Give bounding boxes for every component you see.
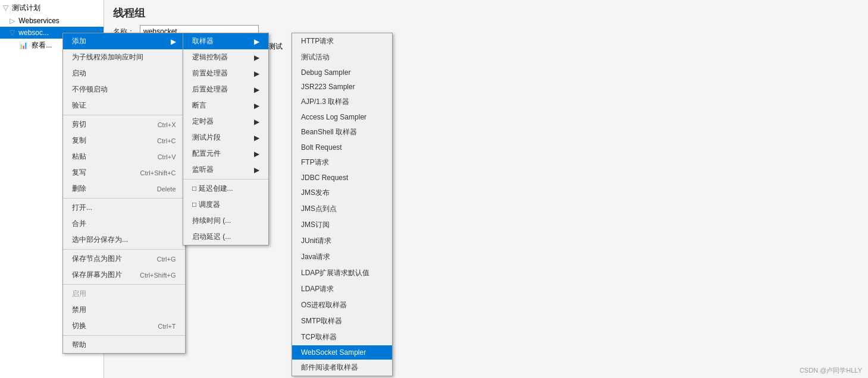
sampler-smtp[interactable]: SMTP取样器 [292, 313, 392, 329]
sampler-ftp[interactable]: FTP请求 [292, 155, 392, 171]
submenu-add-test-fragment-label: 测试片段 [192, 133, 221, 143]
tree-icon-webservices: ▷ [10, 17, 15, 25]
tree-icon-察看: 📊 [19, 41, 28, 49]
menu-item-save-selected[interactable]: 选中部分保存为... [63, 232, 185, 248]
tree-label-websoc: websoc... [18, 29, 49, 37]
menu-item-delete[interactable]: 删除 Delete [63, 181, 185, 197]
sampler-http-label: HTTP请求 [301, 36, 334, 46]
sampler-websocket[interactable]: WebSocket Sampler [292, 345, 392, 360]
tree-label-察看: 察看... [32, 41, 52, 49]
submenu-add-test-fragment-arrow: ▶ [254, 134, 259, 142]
menu-item-help[interactable]: 帮助 [63, 337, 185, 353]
submenu-delay-create[interactable]: □ 延迟创建... [183, 181, 268, 197]
menu-item-save-node-image-shortcut: Ctrl+G [156, 256, 176, 263]
submenu-startup-delay[interactable]: 启动延迟 (... [183, 229, 268, 245]
sampler-junit-label: JUnit请求 [301, 236, 331, 246]
menu-item-disable[interactable]: 禁用 [63, 302, 185, 318]
submenu-add-pre-arrow: ▶ [254, 70, 259, 78]
sampler-ldap-ext[interactable]: LDAP扩展请求默认值 [292, 265, 392, 281]
sampler-jsr223[interactable]: JSR223 Sampler [292, 80, 392, 94]
menu-item-add[interactable]: 添加 ▶ [63, 33, 185, 49]
submenu-add-post[interactable]: 后置处理器 ▶ [183, 81, 268, 97]
sampler-jms-sub[interactable]: JMS订阅 [292, 217, 392, 233]
menu-item-copy[interactable]: 复制 Ctrl+C [63, 133, 185, 149]
sampler-test-activity[interactable]: 测试活动 [292, 49, 392, 65]
sampler-beanshell-label: BeanShell 取样器 [301, 127, 357, 137]
sampler-mail-label: 邮件阅读者取样器 [301, 363, 358, 373]
sampler-debug[interactable]: Debug Sampler [292, 65, 392, 80]
submenu-add-pre[interactable]: 前置处理器 ▶ [183, 65, 268, 81]
sampler-jms-p2p[interactable]: JMS点到点 [292, 201, 392, 217]
sampler-jms-pub[interactable]: JMS发布 [292, 185, 392, 201]
menu-item-enable[interactable]: 启用 [63, 286, 185, 302]
menu-item-save-screen-image-shortcut: Ctrl+Shift+G [140, 272, 176, 279]
submenu-separator-1 [183, 179, 268, 179]
tree-item-testplan[interactable]: ▽ 测试计划 [0, 1, 104, 15]
menu-item-save-node-image[interactable]: 保存节点为图片 Ctrl+G [63, 251, 185, 267]
sampler-jdbc[interactable]: JDBC Request [292, 171, 392, 185]
sampler-access-log[interactable]: Access Log Sampler [292, 110, 392, 124]
watermark: CSDN @卢同学HLLY [800, 366, 862, 375]
submenu-add-config-arrow: ▶ [254, 150, 259, 158]
panel-title: 线程组 [113, 6, 859, 20]
sampler-ajp[interactable]: AJP/1.3 取样器 [292, 94, 392, 110]
menu-item-toggle[interactable]: 切换 Ctrl+T [63, 318, 185, 334]
sampler-ldap-label: LDAP请求 [301, 284, 334, 294]
menu-item-enable-label: 启用 [72, 289, 86, 299]
submenu-add-test-fragment[interactable]: 测试片段 ▶ [183, 130, 268, 146]
submenu-scheduler[interactable]: □ 调度器 [183, 197, 268, 213]
submenu-add-post-arrow: ▶ [254, 86, 259, 94]
sampler-ajp-label: AJP/1.3 取样器 [301, 97, 349, 107]
menu-item-save-screen-image[interactable]: 保存屏幕为图片 Ctrl+Shift+G [63, 267, 185, 283]
sampler-mail[interactable]: 邮件阅读者取样器 [292, 360, 392, 376]
menu-item-start-label: 启动 [72, 68, 86, 78]
menu-item-start-no-pause[interactable]: 不停顿启动 [63, 81, 185, 97]
sampler-os-label: OS进程取样器 [301, 300, 347, 310]
submenu-add: 取样器 ▶ 逻辑控制器 ▶ 前置处理器 ▶ 后置处理器 ▶ 断言 ▶ 定时器 ▶… [183, 33, 269, 245]
tree-item-webservices[interactable]: ▷ Webservices [0, 15, 104, 27]
menu-item-delete-label: 删除 [72, 184, 86, 194]
separator-3 [63, 249, 185, 250]
menu-item-duplicate[interactable]: 复写 Ctrl+Shift+C [63, 165, 185, 181]
menu-item-save-selected-label: 选中部分保存为... [72, 235, 128, 245]
menu-item-start-no-pause-label: 不停顿启动 [72, 84, 108, 94]
menu-item-paste-shortcut: Ctrl+V [158, 153, 176, 160]
app-container: ▽ 测试计划 ▷ Webservices ▽ websoc... 📊 察看...… [0, 0, 868, 378]
sampler-tcp-label: TCP取样器 [301, 332, 337, 342]
submenu-add-samplers[interactable]: 取样器 ▶ [183, 33, 268, 49]
menu-item-disable-label: 禁用 [72, 305, 86, 315]
submenu-add-samplers-label: 取样器 [192, 36, 214, 46]
menu-item-merge[interactable]: 合并 [63, 216, 185, 232]
menu-item-copy-label: 复制 [72, 136, 86, 146]
submenu-add-logic[interactable]: 逻辑控制器 ▶ [183, 49, 268, 65]
menu-item-verify[interactable]: 验证 [63, 97, 185, 114]
submenu-samplers: HTTP请求 测试活动 Debug Sampler JSR223 Sampler… [292, 33, 393, 376]
submenu-duration[interactable]: 持续时间 (... [183, 213, 268, 229]
sampler-ldap[interactable]: LDAP请求 [292, 281, 392, 297]
sampler-jsr223-label: JSR223 Sampler [301, 83, 355, 91]
submenu-add-listener[interactable]: 监听器 ▶ [183, 162, 268, 178]
menu-item-paste[interactable]: 粘贴 Ctrl+V [63, 149, 185, 165]
submenu-add-timer-label: 定时器 [192, 116, 214, 127]
menu-item-add-response-time[interactable]: 为子线程添加响应时间 [63, 49, 185, 65]
sampler-websocket-label: WebSocket Sampler [301, 348, 366, 357]
menu-item-save-screen-image-label: 保存屏幕为图片 [72, 270, 122, 280]
sampler-java[interactable]: Java请求 [292, 249, 392, 265]
sampler-ftp-label: FTP请求 [301, 158, 329, 168]
submenu-add-config[interactable]: 配置元件 ▶ [183, 146, 268, 162]
separator-5 [63, 335, 185, 336]
menu-item-open[interactable]: 打开... [63, 200, 185, 216]
sampler-http[interactable]: HTTP请求 [292, 33, 392, 49]
sampler-bolt[interactable]: Bolt Request [292, 140, 392, 155]
submenu-add-timer-arrow: ▶ [254, 118, 259, 126]
submenu-add-timer[interactable]: 定时器 ▶ [183, 114, 268, 130]
sampler-os[interactable]: OS进程取样器 [292, 297, 392, 313]
menu-item-start[interactable]: 启动 [63, 65, 185, 81]
menu-item-toggle-label: 切换 [72, 321, 86, 331]
menu-item-cut[interactable]: 剪切 Ctrl+X [63, 116, 185, 133]
sampler-beanshell[interactable]: BeanShell 取样器 [292, 124, 392, 140]
submenu-add-assert[interactable]: 断言 ▶ [183, 97, 268, 114]
sampler-jms-p2p-label: JMS点到点 [301, 204, 337, 214]
sampler-tcp[interactable]: TCP取样器 [292, 329, 392, 345]
sampler-junit[interactable]: JUnit请求 [292, 233, 392, 249]
